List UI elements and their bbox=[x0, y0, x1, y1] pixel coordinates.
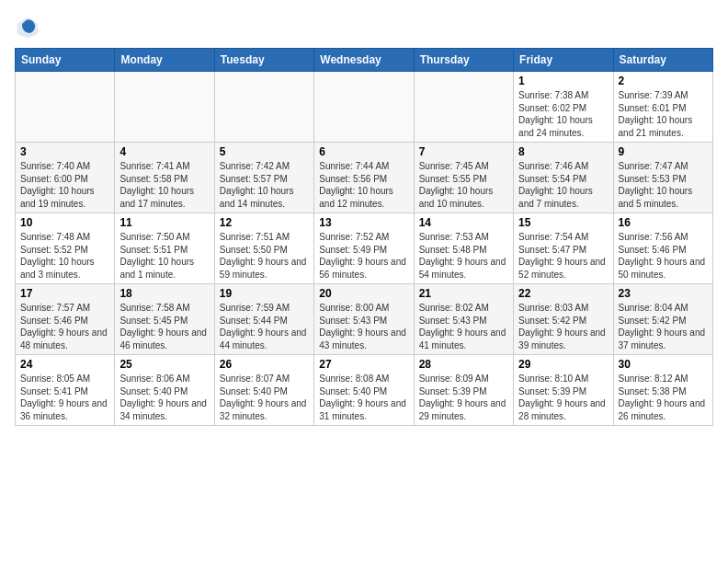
day-number: 15 bbox=[518, 216, 608, 229]
calendar-cell: 8Sunrise: 7:46 AM Sunset: 5:54 PM Daylig… bbox=[514, 143, 613, 213]
calendar-table: SundayMondayTuesdayWednesdayThursdayFrid… bbox=[15, 48, 713, 426]
day-number: 6 bbox=[319, 145, 408, 158]
day-number: 29 bbox=[518, 358, 608, 371]
calendar-cell: 14Sunrise: 7:53 AM Sunset: 5:48 PM Dayli… bbox=[414, 213, 513, 284]
weekday-header-tuesday: Tuesday bbox=[214, 49, 313, 72]
day-info: Sunrise: 7:54 AM Sunset: 5:47 PM Dayligh… bbox=[518, 231, 608, 281]
calendar-cell: 15Sunrise: 7:54 AM Sunset: 5:47 PM Dayli… bbox=[514, 213, 613, 284]
weekday-header-monday: Monday bbox=[115, 49, 214, 72]
day-info: Sunrise: 7:50 AM Sunset: 5:51 PM Dayligh… bbox=[119, 231, 209, 281]
calendar-cell: 27Sunrise: 8:08 AM Sunset: 5:40 PM Dayli… bbox=[314, 355, 414, 426]
weekday-header-friday: Friday bbox=[514, 49, 613, 72]
day-info: Sunrise: 8:06 AM Sunset: 5:40 PM Dayligh… bbox=[119, 373, 209, 422]
calendar-cell: 28Sunrise: 8:09 AM Sunset: 5:39 PM Dayli… bbox=[414, 355, 513, 426]
day-number: 25 bbox=[119, 358, 209, 371]
day-number: 18 bbox=[119, 287, 209, 300]
day-info: Sunrise: 7:40 AM Sunset: 6:00 PM Dayligh… bbox=[20, 160, 109, 210]
day-info: Sunrise: 7:59 AM Sunset: 5:44 PM Dayligh… bbox=[220, 302, 309, 351]
day-info: Sunrise: 7:52 AM Sunset: 5:49 PM Dayligh… bbox=[319, 231, 408, 281]
calendar-cell: 13Sunrise: 7:52 AM Sunset: 5:49 PM Dayli… bbox=[314, 213, 414, 284]
calendar-cell: 18Sunrise: 7:58 AM Sunset: 5:45 PM Dayli… bbox=[115, 284, 214, 355]
day-number: 19 bbox=[220, 287, 309, 300]
calendar-header: SundayMondayTuesdayWednesdayThursdayFrid… bbox=[16, 49, 713, 72]
calendar-cell: 26Sunrise: 8:07 AM Sunset: 5:40 PM Dayli… bbox=[214, 355, 313, 426]
calendar-cell bbox=[115, 72, 214, 143]
calendar-cell: 20Sunrise: 8:00 AM Sunset: 5:43 PM Dayli… bbox=[314, 284, 414, 355]
day-number: 17 bbox=[20, 287, 109, 300]
day-number: 7 bbox=[419, 145, 508, 158]
day-number: 2 bbox=[619, 75, 708, 87]
calendar-cell: 16Sunrise: 7:56 AM Sunset: 5:46 PM Dayli… bbox=[613, 213, 712, 284]
day-number: 14 bbox=[419, 216, 508, 229]
calendar-week-row: 17Sunrise: 7:57 AM Sunset: 5:46 PM Dayli… bbox=[16, 284, 713, 355]
calendar-week-row: 3Sunrise: 7:40 AM Sunset: 6:00 PM Daylig… bbox=[16, 143, 713, 213]
day-number: 10 bbox=[20, 216, 109, 229]
day-number: 24 bbox=[20, 358, 109, 371]
day-info: Sunrise: 8:09 AM Sunset: 5:39 PM Dayligh… bbox=[419, 373, 508, 422]
weekday-header-thursday: Thursday bbox=[414, 49, 513, 72]
calendar-cell: 17Sunrise: 7:57 AM Sunset: 5:46 PM Dayli… bbox=[16, 284, 115, 355]
day-info: Sunrise: 7:47 AM Sunset: 5:53 PM Dayligh… bbox=[619, 160, 708, 210]
day-info: Sunrise: 8:03 AM Sunset: 5:42 PM Dayligh… bbox=[518, 302, 608, 351]
weekday-header-saturday: Saturday bbox=[613, 49, 712, 72]
calendar-cell: 29Sunrise: 8:10 AM Sunset: 5:39 PM Dayli… bbox=[514, 355, 613, 426]
day-info: Sunrise: 7:42 AM Sunset: 5:57 PM Dayligh… bbox=[220, 160, 309, 210]
day-number: 11 bbox=[119, 216, 209, 229]
day-number: 21 bbox=[419, 287, 508, 300]
day-number: 3 bbox=[20, 145, 109, 158]
day-info: Sunrise: 7:56 AM Sunset: 5:46 PM Dayligh… bbox=[619, 231, 708, 281]
day-info: Sunrise: 7:46 AM Sunset: 5:54 PM Dayligh… bbox=[518, 160, 608, 210]
day-number: 22 bbox=[518, 287, 608, 300]
calendar-cell bbox=[16, 72, 115, 143]
day-info: Sunrise: 7:58 AM Sunset: 5:45 PM Dayligh… bbox=[119, 302, 209, 351]
day-number: 16 bbox=[619, 216, 708, 229]
calendar-cell: 19Sunrise: 7:59 AM Sunset: 5:44 PM Dayli… bbox=[214, 284, 313, 355]
calendar-cell bbox=[414, 72, 513, 143]
day-number: 23 bbox=[619, 287, 708, 300]
calendar-cell: 25Sunrise: 8:06 AM Sunset: 5:40 PM Dayli… bbox=[115, 355, 214, 426]
day-info: Sunrise: 8:00 AM Sunset: 5:43 PM Dayligh… bbox=[319, 302, 408, 351]
day-number: 20 bbox=[319, 287, 408, 300]
day-number: 9 bbox=[619, 145, 708, 158]
day-info: Sunrise: 7:44 AM Sunset: 5:56 PM Dayligh… bbox=[319, 160, 408, 210]
calendar-cell: 12Sunrise: 7:51 AM Sunset: 5:50 PM Dayli… bbox=[214, 213, 313, 284]
day-info: Sunrise: 7:41 AM Sunset: 5:58 PM Dayligh… bbox=[119, 160, 209, 210]
day-info: Sunrise: 8:05 AM Sunset: 5:41 PM Dayligh… bbox=[20, 373, 109, 422]
calendar-cell: 1Sunrise: 7:38 AM Sunset: 6:02 PM Daylig… bbox=[514, 72, 613, 143]
calendar-body: 1Sunrise: 7:38 AM Sunset: 6:02 PM Daylig… bbox=[16, 72, 713, 426]
calendar-cell: 30Sunrise: 8:12 AM Sunset: 5:38 PM Dayli… bbox=[613, 355, 712, 426]
weekday-header-row: SundayMondayTuesdayWednesdayThursdayFrid… bbox=[16, 49, 713, 72]
day-number: 5 bbox=[220, 145, 309, 158]
calendar-cell: 5Sunrise: 7:42 AM Sunset: 5:57 PM Daylig… bbox=[214, 143, 313, 213]
day-info: Sunrise: 8:02 AM Sunset: 5:43 PM Dayligh… bbox=[419, 302, 508, 351]
logo bbox=[15, 15, 44, 40]
calendar-week-row: 1Sunrise: 7:38 AM Sunset: 6:02 PM Daylig… bbox=[16, 72, 713, 143]
day-info: Sunrise: 8:07 AM Sunset: 5:40 PM Dayligh… bbox=[220, 373, 309, 422]
calendar-week-row: 10Sunrise: 7:48 AM Sunset: 5:52 PM Dayli… bbox=[16, 213, 713, 284]
calendar-cell: 10Sunrise: 7:48 AM Sunset: 5:52 PM Dayli… bbox=[16, 213, 115, 284]
day-number: 28 bbox=[419, 358, 508, 371]
day-info: Sunrise: 7:53 AM Sunset: 5:48 PM Dayligh… bbox=[419, 231, 508, 281]
calendar-week-row: 24Sunrise: 8:05 AM Sunset: 5:41 PM Dayli… bbox=[16, 355, 713, 426]
day-number: 13 bbox=[319, 216, 408, 229]
day-info: Sunrise: 7:39 AM Sunset: 6:01 PM Dayligh… bbox=[619, 89, 708, 139]
calendar-cell bbox=[314, 72, 414, 143]
day-info: Sunrise: 8:12 AM Sunset: 5:38 PM Dayligh… bbox=[619, 373, 708, 422]
calendar-cell: 6Sunrise: 7:44 AM Sunset: 5:56 PM Daylig… bbox=[314, 143, 414, 213]
day-number: 4 bbox=[119, 145, 209, 158]
weekday-header-wednesday: Wednesday bbox=[314, 49, 414, 72]
calendar-cell: 3Sunrise: 7:40 AM Sunset: 6:00 PM Daylig… bbox=[16, 143, 115, 213]
day-info: Sunrise: 8:10 AM Sunset: 5:39 PM Dayligh… bbox=[518, 373, 608, 422]
day-info: Sunrise: 7:51 AM Sunset: 5:50 PM Dayligh… bbox=[220, 231, 309, 281]
day-number: 1 bbox=[518, 75, 608, 87]
calendar-cell: 21Sunrise: 8:02 AM Sunset: 5:43 PM Dayli… bbox=[414, 284, 513, 355]
calendar-cell: 11Sunrise: 7:50 AM Sunset: 5:51 PM Dayli… bbox=[115, 213, 214, 284]
calendar-cell: 24Sunrise: 8:05 AM Sunset: 5:41 PM Dayli… bbox=[16, 355, 115, 426]
calendar-cell: 7Sunrise: 7:45 AM Sunset: 5:55 PM Daylig… bbox=[414, 143, 513, 213]
calendar-cell: 9Sunrise: 7:47 AM Sunset: 5:53 PM Daylig… bbox=[613, 143, 712, 213]
calendar-cell: 23Sunrise: 8:04 AM Sunset: 5:42 PM Dayli… bbox=[613, 284, 712, 355]
day-info: Sunrise: 8:08 AM Sunset: 5:40 PM Dayligh… bbox=[319, 373, 408, 422]
day-info: Sunrise: 7:57 AM Sunset: 5:46 PM Dayligh… bbox=[20, 302, 109, 351]
day-number: 30 bbox=[619, 358, 708, 371]
weekday-header-sunday: Sunday bbox=[16, 49, 115, 72]
